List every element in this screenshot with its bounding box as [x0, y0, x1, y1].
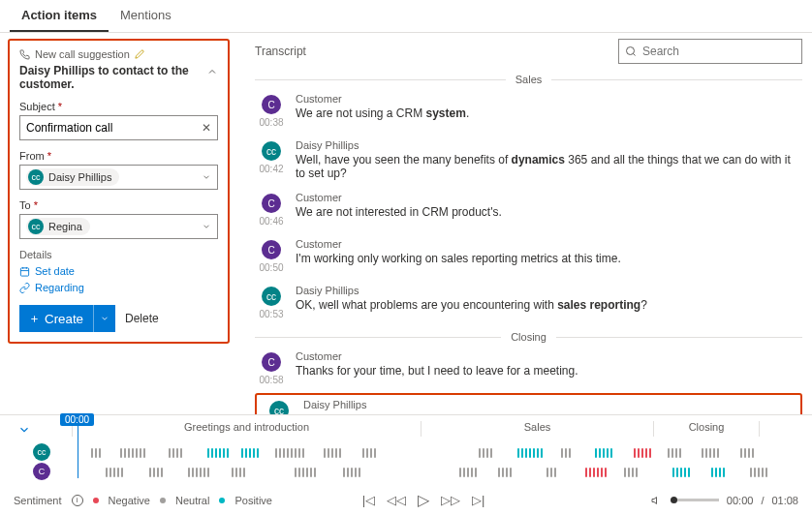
time-current: 00:00 — [727, 495, 754, 506]
timeline-playhead[interactable]: 00:00 — [60, 413, 94, 426]
action-item-panel: New call suggestion Daisy Phillips to co… — [0, 33, 237, 414]
chevron-down-icon[interactable] — [202, 222, 211, 231]
avatar: cc — [269, 401, 289, 414]
calendar-icon — [19, 266, 30, 277]
speaker-name: Daisy Phillips — [303, 399, 795, 410]
time-total: 01:08 — [771, 495, 798, 506]
speaker-name: Daisy Phillips — [296, 139, 802, 151]
subject-input-wrap: ✕ — [19, 115, 218, 140]
transcript-panel: Transcript Sales C 00:38 Customer We are… — [237, 33, 812, 414]
speaker-name: Dasiy Phillips — [296, 285, 802, 296]
svg-rect-0 — [20, 267, 28, 275]
rewind-icon[interactable]: ◁◁ — [387, 493, 406, 507]
timeline-row-customer: C — [14, 462, 798, 481]
timeline-section-closing: Closing — [653, 421, 760, 437]
svg-line-7 — [633, 53, 635, 55]
footer-bar: Sentiment i Negative Neutral Positive |◁… — [0, 485, 812, 515]
details-label: Details — [19, 249, 218, 260]
timestamp: 00:42 — [259, 164, 283, 174]
delete-button[interactable]: Delete — [125, 312, 159, 325]
call-suggestion-card: New call suggestion Daisy Phillips to co… — [8, 39, 230, 344]
message-text: Well, have you seen the many benefits of… — [296, 153, 802, 180]
transcript-message[interactable]: C 00:58 Customer Thanks for your time, b… — [255, 347, 802, 393]
tab-mentions[interactable]: Mentions — [109, 0, 183, 32]
set-date-link[interactable]: Set date — [19, 265, 218, 277]
regarding-link[interactable]: Regarding — [19, 282, 218, 293]
svg-marker-8 — [652, 497, 657, 503]
transcript-title: Transcript — [255, 45, 306, 58]
search-box — [618, 39, 802, 64]
to-label: To — [19, 199, 31, 211]
plus-icon — [29, 314, 40, 324]
from-input[interactable]: ccDaisy Phillips — [19, 165, 218, 190]
speaker-name: Customer — [296, 93, 802, 105]
message-text: We are not interested in CRM product's. — [296, 205, 802, 219]
timestamp: 00:38 — [259, 117, 283, 128]
avatar: C — [262, 95, 281, 114]
from-label: From — [19, 150, 45, 162]
avatar: C — [262, 240, 281, 259]
clear-icon[interactable]: ✕ — [202, 121, 211, 135]
to-input[interactable]: ccRegina — [19, 214, 218, 239]
tab-bar: Action items Mentions — [0, 0, 812, 33]
from-pill-text: Daisy Phillips — [48, 171, 111, 183]
search-input[interactable] — [642, 45, 796, 58]
play-icon[interactable]: ▷ — [418, 491, 429, 509]
skip-back-icon[interactable]: |◁ — [362, 493, 375, 507]
speaker-name: Customer — [296, 192, 802, 203]
collapse-icon[interactable] — [206, 66, 218, 77]
avatar: cc — [28, 219, 44, 234]
subject-label: Subject — [19, 101, 55, 112]
timeline-row-agent: cc — [14, 442, 798, 462]
audio-player: |◁ ◁◁ ▷ ▷▷ ▷| — [362, 491, 485, 509]
transcript-message[interactable]: C 00:50 Customer I'm working only workin… — [255, 234, 802, 281]
search-icon — [625, 45, 637, 57]
to-pill-text: Regina — [48, 221, 82, 232]
avatar: C — [262, 194, 281, 213]
avatar: cc — [28, 169, 44, 185]
chevron-down-icon[interactable] — [202, 172, 211, 182]
edit-icon[interactable] — [135, 49, 144, 59]
section-divider: Closing — [255, 331, 802, 343]
tab-action-items[interactable]: Action items — [10, 0, 109, 32]
timeline-section-sales: Sales — [421, 421, 653, 437]
volume-icon[interactable] — [651, 495, 663, 506]
timestamp: 00:53 — [259, 309, 283, 319]
avatar: C — [33, 463, 50, 480]
avatar: cc — [262, 287, 281, 306]
avatar: C — [262, 352, 281, 372]
speaker-name: Customer — [296, 238, 802, 250]
message-text: OK, well what problems are you encounter… — [296, 298, 802, 312]
transcript-message[interactable]: C 00:38 Customer We are not using a CRM … — [255, 89, 802, 136]
section-divider: Sales — [255, 74, 802, 85]
transcript-messages[interactable]: Sales C 00:38 Customer We are not using … — [255, 70, 802, 414]
card-title: Daisy Phillips to contact to the custome… — [19, 64, 218, 91]
timeline-section-greetings: Greetings and introduction — [72, 421, 421, 437]
sentiment-legend: Sentiment i Negative Neutral Positive — [14, 495, 272, 506]
skip-forward-icon[interactable]: ▷| — [472, 493, 484, 507]
timeline-track[interactable] — [72, 466, 798, 477]
transcript-message[interactable]: cc 00:42 Daisy Phillips Well, have you s… — [255, 136, 802, 188]
transcript-message[interactable]: C 00:46 Customer We are not interested i… — [255, 188, 802, 234]
avatar: cc — [262, 141, 281, 161]
timestamp: 00:46 — [259, 216, 283, 227]
transcript-message[interactable]: cc 01:01 Daisy Phillips OK, I'll call yo… — [255, 393, 802, 414]
suggestion-label: New call suggestion — [35, 48, 130, 60]
speaker-name: Customer — [296, 350, 802, 362]
create-button[interactable]: Create — [19, 305, 115, 332]
timeline-track[interactable] — [72, 446, 798, 458]
timestamp: 00:50 — [259, 262, 283, 273]
message-text: Thanks for your time, but I need to leav… — [296, 364, 802, 378]
volume-slider[interactable] — [671, 499, 719, 501]
create-split-icon[interactable] — [93, 305, 115, 332]
info-icon[interactable]: i — [72, 495, 83, 506]
timeline-collapse-icon[interactable] — [17, 423, 31, 437]
svg-point-6 — [627, 47, 635, 55]
timeline: 00:00 Greetings and introduction Sales C… — [0, 414, 812, 485]
forward-icon[interactable]: ▷▷ — [441, 493, 460, 507]
transcript-message[interactable]: cc 00:53 Dasiy Phillips OK, well what pr… — [255, 281, 802, 327]
phone-icon — [19, 49, 30, 60]
subject-input[interactable] — [26, 121, 202, 135]
message-text: I'm working only working on sales report… — [296, 252, 802, 265]
timestamp: 00:58 — [259, 375, 283, 385]
